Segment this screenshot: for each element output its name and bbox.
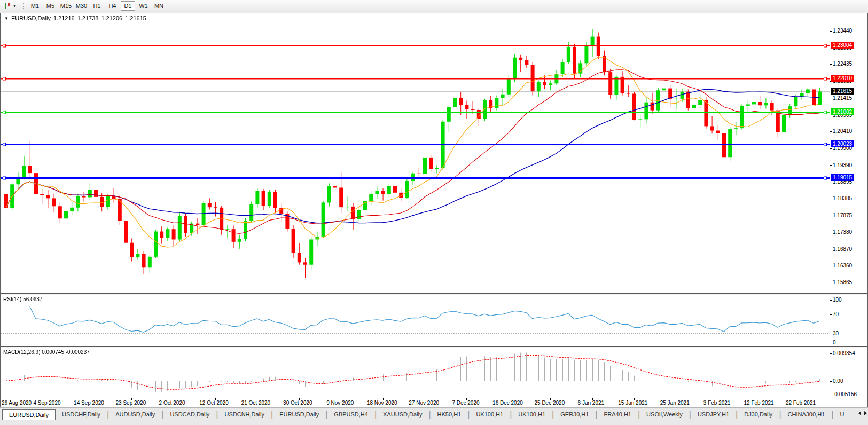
date-label: 12 Feb 2021 [744,400,774,406]
chart-tab-eurusd-daily[interactable]: EURUSD,Daily [2,409,56,420]
date-label: 21 Oct 2020 [241,400,270,406]
chart-type-dropdown[interactable]: ▼ [0,0,20,12]
chart-tab-gbpusd-h4[interactable]: GBPUSD,H4 [327,409,374,420]
chart-tab-dj30-daily[interactable]: DJ30,Daily [738,409,779,420]
chart-tab-china300-h1[interactable]: CHINA300,H1 [781,409,832,420]
timeframe-button-group: M1M5M15M30H1H4D1W1MN [27,1,167,11]
hline-price-tag: 1.20023 [831,140,854,147]
chart-title: ▼ EURUSD,Daily 1.21216 1.21738 1.21206 1… [4,15,146,21]
hline-price-tag: 1.22010 [831,75,854,82]
rsi-tick-label: 0 [833,340,836,345]
rsi-label: RSI(14) 56.0637 [3,296,42,302]
timeframe-button-h4[interactable]: H4 [105,1,120,11]
date-axis: 26 Aug 20204 Sep 202014 Sep 202023 Sep 2… [1,398,867,407]
ohlc-low: 1.21206 [101,15,122,21]
chart-tab-uk100-h1[interactable]: UK100,H1 [470,409,510,420]
chart-tab-xauusd-daily[interactable]: XAUUSD,Daily [377,409,428,420]
tab-scroll-arrows [858,411,867,415]
date-label: 27 Nov 2020 [409,400,439,406]
chart-tabs: EURUSD,DailyUSDCHF,Daily|AUDUSD,Daily|US… [0,409,853,420]
macd-chart-canvas[interactable] [1,348,830,398]
scroll-left-icon[interactable] [858,411,861,415]
date-label: 23 Sep 2020 [116,400,146,406]
price-chart-canvas[interactable] [1,13,830,293]
macd-panel: MACD(12,26,9) 0.000745 -0.000237 0.00935… [1,348,867,398]
chart-tab-usdcnh-daily[interactable]: USDCNH,Daily [218,409,271,420]
ohlc-open: 1.21216 [53,15,75,21]
date-label: 3 Feb 2021 [703,400,731,406]
chart-tab-usdchf-daily[interactable]: USDCHF,Daily [56,409,107,420]
date-label: 22 Feb 2021 [786,400,816,406]
candlestick-chart-icon [4,2,11,10]
chart-window: ▼ EURUSD,Daily 1.21216 1.21738 1.21206 1… [0,13,868,407]
timeframe-button-h1[interactable]: H1 [90,1,104,11]
macd-tick-label: -0.005156 [833,391,857,397]
date-label: 6 Jan 2021 [578,400,605,406]
hline-price-tag: 1.23004 [831,42,854,49]
date-label: 14 Sep 2020 [74,400,104,406]
date-label: 2 Oct 2020 [159,400,185,406]
chart-tab-fra40-h1[interactable]: FRA40,H1 [598,409,638,420]
rsi-tick-label: 100 [833,297,842,303]
price-axis: 1.234401.229301.224351.219251.214151.209… [830,13,867,293]
chart-tab-u[interactable]: U [833,409,850,420]
timeframe-button-m15[interactable]: M15 [59,1,73,11]
hline-price-tag: 1.21002 [831,108,854,115]
price-tick-label: 1.19390 [833,162,852,168]
main-chart-panel: ▼ EURUSD,Daily 1.21216 1.21738 1.21206 1… [1,13,867,293]
price-tick-label: 1.23440 [833,28,852,34]
price-tick-label: 1.17875 [833,212,852,218]
date-label: 26 Aug 2020 [2,400,32,406]
timeframe-button-w1[interactable]: W1 [136,1,151,11]
rsi-panel: RSI(14) 56.0637 10070300 [1,295,867,346]
macd-label: MACD(12,26,9) 0.000745 -0.000237 [3,349,90,355]
price-tick-label: 1.16360 [833,263,852,269]
macd-tick-label: 0.00 [833,378,843,384]
chart-tab-usdjpy-h1[interactable]: USDJPY,H1 [691,409,736,420]
chart-tab-ger30-h1[interactable]: GER30,H1 [554,409,595,420]
timeframe-button-m30[interactable]: M30 [74,1,89,11]
date-label: 12 Oct 2020 [199,400,228,406]
top-toolbar: ▼ M1M5M15M30H1H4D1W1MN [0,0,868,12]
price-tick-label: 1.16870 [833,246,852,252]
scroll-right-icon[interactable] [864,411,867,415]
rsi-chart-canvas[interactable] [1,295,830,346]
chart-tab-audusd-daily[interactable]: AUDUSD,Daily [109,409,161,420]
chart-tab-hk50-h1[interactable]: HK50,H1 [431,409,468,420]
macd-axis: 0.0093540.00-0.005156 [830,348,867,398]
collapse-triangle-icon[interactable]: ▼ [4,16,9,21]
price-tick-label: 1.17380 [833,229,852,235]
ohlc-high: 1.21738 [77,15,99,21]
date-label: 30 Oct 2020 [283,400,312,406]
chart-symbol-period: EURUSD,Daily [11,15,51,21]
date-label: 18 Nov 2020 [367,400,397,406]
rsi-axis: 10070300 [830,295,867,346]
timeframe-button-mn[interactable]: MN [152,1,166,11]
date-label: 16 Dec 2020 [492,400,523,406]
date-label: 25 Dec 2020 [535,400,565,406]
chart-tab-usdcad-daily[interactable]: USDCAD,Daily [163,409,216,420]
timeframe-button-d1[interactable]: D1 [121,1,135,11]
toolbar-separator [170,1,170,11]
rsi-tick-label: 70 [833,311,839,317]
chart-tab-bar: EURUSD,DailyUSDCHF,Daily|AUDUSD,Daily|US… [0,407,868,425]
price-tick-label: 1.21415 [833,95,852,101]
toolbar-grip[interactable] [22,2,25,10]
rsi-tick-label: 30 [833,330,839,336]
price-tick-label: 1.15865 [833,279,852,285]
chart-tab-eurusd-daily[interactable]: EURUSD,Daily [273,409,325,420]
date-label: 7 Dec 2020 [452,400,479,406]
chevron-down-icon: ▼ [13,4,17,8]
ohlc-close: 1.21615 [125,15,146,21]
hline-price-tag: 1.19015 [831,174,854,181]
price-tick-label: 1.18385 [833,195,852,201]
macd-tick-label: 0.009354 [833,350,855,356]
chart-tab-usoil-weekly[interactable]: USOil,Weekly [640,409,689,420]
price-tick-label: 1.20410 [833,128,852,134]
axis-divider-line [830,398,830,407]
price-tick-label: 1.22435 [833,61,852,67]
chart-tab-uk100-h1[interactable]: UK100,H1 [512,409,552,420]
timeframe-button-m1[interactable]: M1 [28,1,42,11]
timeframe-button-m5[interactable]: M5 [43,1,58,11]
date-label: 9 Nov 2020 [326,400,354,406]
